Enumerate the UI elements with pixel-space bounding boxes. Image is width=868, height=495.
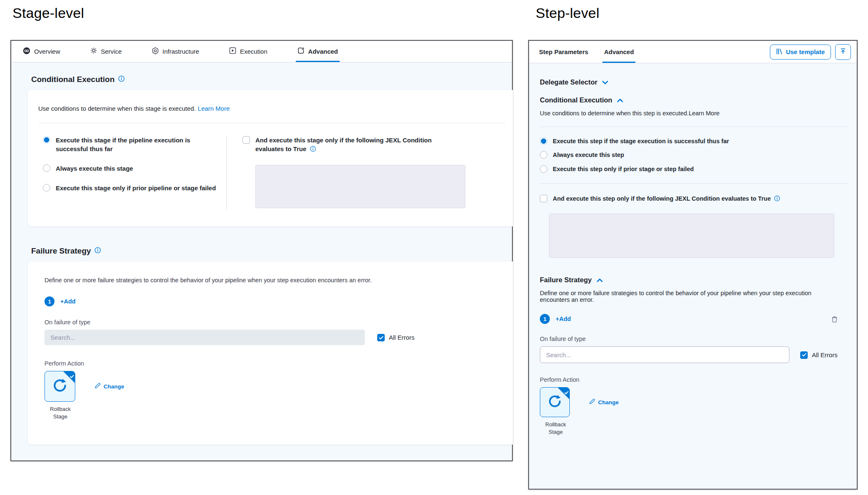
radio-button[interactable] — [540, 151, 547, 159]
failure-strategy-description: Define one or more failure strategies to… — [540, 290, 823, 303]
perform-action-label: Perform Action — [540, 376, 848, 383]
conditional-execution-heading[interactable]: Conditional Execution — [540, 96, 848, 104]
radio-button[interactable] — [540, 137, 547, 145]
infrastructure-icon — [152, 47, 159, 56]
chevron-up-icon[interactable] — [617, 96, 623, 104]
failure-strategy-heading: Failure Strategy — [31, 246, 512, 256]
conditional-execution-card: Use conditions to determine when this st… — [28, 90, 513, 226]
conditional-execution-heading: Conditional Execution — [31, 75, 512, 84]
use-template-button[interactable]: Use template — [770, 45, 831, 60]
add-strategy-button[interactable]: +Add — [556, 316, 571, 322]
step-advanced-panel: Step Parameters Advanced Use template De… — [528, 40, 858, 490]
step-tabbar: Step Parameters Advanced Use template — [529, 41, 857, 63]
divider — [540, 183, 848, 184]
rollback-stage-action-card[interactable] — [45, 371, 75, 402]
upload-icon — [840, 48, 846, 56]
info-icon[interactable] — [94, 246, 101, 256]
all-errors-checkbox[interactable] — [800, 351, 808, 359]
tab-service[interactable]: Service — [90, 41, 122, 62]
stage-advanced-content: Conditional Execution Use conditions to … — [11, 62, 512, 445]
failure-strategy-description: Define one or more failure strategies to… — [45, 276, 500, 285]
info-icon[interactable] — [118, 75, 125, 84]
pencil-icon — [589, 398, 595, 406]
tab-advanced[interactable]: Advanced — [297, 41, 338, 62]
failure-type-search-input[interactable] — [45, 330, 365, 345]
conditional-execution-description: Use conditions to determine when this st… — [38, 105, 513, 112]
change-action-button[interactable]: Change — [94, 383, 124, 390]
tab-overview-label: Overview — [34, 48, 60, 55]
execution-icon — [229, 47, 236, 56]
learn-more-link[interactable]: Learn More — [689, 110, 720, 117]
all-errors-checkbox[interactable] — [377, 334, 385, 341]
failure-strategy-card: Define one or more failure strategies to… — [28, 261, 513, 445]
perform-action-label: Perform Action — [45, 360, 500, 367]
check-icon — [564, 389, 569, 396]
change-action-button[interactable]: Change — [589, 398, 619, 406]
radio-execute-if-stage-successful[interactable]: Execute this step if the stage execution… — [540, 137, 848, 145]
radio-execute-if-prior-failed[interactable]: Execute this step only if prior stage or… — [540, 165, 848, 173]
upload-template-button[interactable] — [835, 44, 851, 60]
jexl-checkbox[interactable] — [540, 195, 547, 202]
chevron-down-icon[interactable] — [602, 78, 608, 86]
radio-execute-if-prior-failed[interactable]: Execute this stage only if prior pipelin… — [43, 184, 226, 192]
advanced-icon — [297, 47, 304, 56]
action-name-label: Rollback Stage — [43, 405, 78, 420]
radio-button[interactable] — [540, 165, 547, 173]
tab-infrastructure[interactable]: Infrastructure — [152, 41, 199, 62]
info-icon[interactable] — [774, 195, 780, 204]
on-failure-of-type-label: On failure of type — [540, 336, 848, 342]
tab-infrastructure-label: Infrastructure — [163, 48, 199, 55]
stage-advanced-panel: Overview Service Infrastructure Executio… — [10, 40, 513, 461]
tab-execution-label: Execution — [240, 48, 267, 55]
jexl-condition-input[interactable] — [255, 165, 465, 208]
tab-step-parameters[interactable]: Step Parameters — [539, 41, 588, 63]
step-level-title: Step-level — [536, 5, 599, 21]
all-errors-checkbox-row[interactable]: All Errors — [800, 351, 838, 359]
jexl-condition-section: And execute this stage only if the follo… — [226, 136, 513, 210]
delete-strategy-icon[interactable] — [831, 316, 838, 323]
divider — [540, 127, 848, 127]
radio-button[interactable] — [43, 164, 50, 172]
tab-advanced-label: Advanced — [308, 48, 338, 55]
all-errors-checkbox-row[interactable]: All Errors — [377, 333, 415, 341]
add-strategy-button[interactable]: +Add — [60, 298, 76, 305]
jexl-condition-input[interactable] — [549, 214, 834, 258]
step-condition-radio-group: Execute this step if the stage execution… — [540, 137, 848, 173]
template-library-icon — [776, 48, 783, 56]
tab-overview[interactable]: Overview — [23, 41, 60, 62]
action-name-label: Rollback Stage — [538, 421, 573, 435]
conditional-execution-description: Use conditions to determine when this st… — [540, 110, 848, 117]
tab-advanced[interactable]: Advanced — [604, 41, 634, 63]
stage-level-title: Stage-level — [12, 5, 84, 21]
radio-execute-if-pipeline-successful[interactable]: Execute this stage if the pipeline execu… — [43, 136, 226, 153]
pencil-icon — [94, 383, 101, 390]
tab-service-label: Service — [101, 48, 122, 55]
overview-icon — [23, 47, 30, 56]
delegate-selector-heading[interactable]: Delegate Selector — [540, 78, 848, 86]
failure-strategy-heading[interactable]: Failure Strategy — [540, 276, 848, 284]
strategy-count-badge[interactable]: 1 — [45, 296, 54, 306]
radio-button[interactable] — [43, 136, 50, 144]
chevron-up-icon[interactable] — [597, 276, 603, 284]
service-icon — [90, 47, 97, 56]
step-advanced-content: Delegate Selector Conditional Execution … — [529, 63, 857, 435]
on-failure-of-type-label: On failure of type — [45, 319, 500, 326]
stage-tabbar: Overview Service Infrastructure Executio… — [11, 41, 512, 62]
check-icon — [70, 373, 74, 380]
jexl-condition-checkbox-row[interactable]: And execute this step only if the follow… — [540, 194, 848, 204]
info-icon[interactable] — [310, 145, 316, 154]
jexl-checkbox[interactable] — [242, 136, 250, 144]
divider — [38, 123, 505, 123]
stage-condition-radio-group: Execute this stage if the pipeline execu… — [38, 136, 226, 210]
jexl-condition-checkbox-row[interactable]: And execute this stage only if the follo… — [242, 136, 513, 154]
learn-more-link[interactable]: Learn More — [198, 105, 230, 112]
strategy-count-badge[interactable]: 1 — [540, 314, 550, 324]
tab-execution[interactable]: Execution — [229, 41, 267, 62]
radio-always-execute-stage[interactable]: Always execute this stage — [43, 164, 226, 173]
rollback-stage-action-card[interactable] — [540, 387, 570, 417]
failure-type-search-input[interactable] — [540, 346, 789, 363]
radio-button[interactable] — [43, 184, 50, 192]
radio-always-execute-step[interactable]: Always execute this step — [540, 151, 848, 159]
